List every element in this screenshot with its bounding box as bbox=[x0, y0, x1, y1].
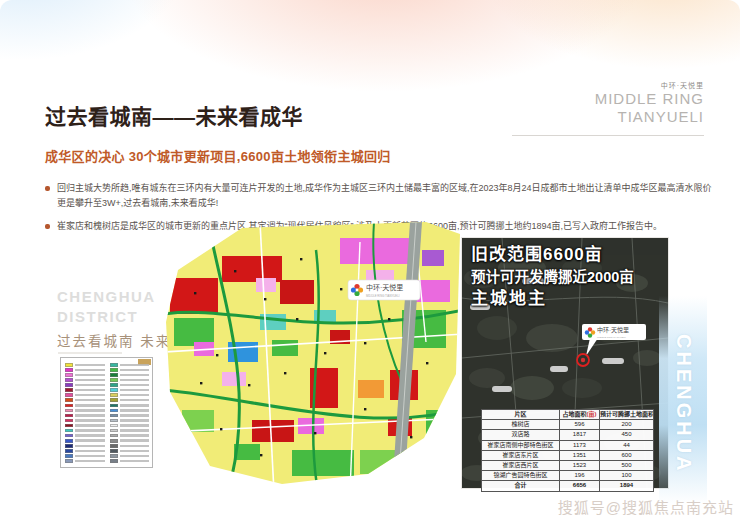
legend-row bbox=[65, 449, 105, 453]
legend-row bbox=[65, 429, 105, 433]
legend-row bbox=[65, 444, 105, 448]
section-subtitle: 成华区的决心 30个城市更新项目,6600亩土地领衔主城回归 bbox=[45, 146, 391, 165]
table-header: 片区 bbox=[482, 410, 560, 420]
page-title: 过去看城南——未来看成华 bbox=[45, 100, 303, 130]
legend-row bbox=[110, 383, 150, 387]
table-row: 崔家店东片区1351600 bbox=[482, 450, 654, 460]
brand-logo: 中环·天悦里 MIDDLE RING TIANYUELI bbox=[595, 80, 704, 126]
legend-row bbox=[65, 378, 105, 382]
bullet-item: 回归主城大势所趋,唯有城东在三环内有大量可连片开发的土地,成华作为主城区三环内土… bbox=[45, 181, 713, 212]
legend-row bbox=[110, 449, 150, 453]
satellite-headline: 旧改范围6600亩 预计可开发腾挪近2000亩 主城地主 bbox=[471, 243, 634, 311]
table-row: 崔家店南侧中部特色街区117344 bbox=[482, 440, 654, 450]
legend-row bbox=[65, 419, 105, 423]
satellite-panel: 中环·天悦里 MIDDLE RING TIANYUELI 旧改范围6600亩 预… bbox=[462, 238, 668, 488]
header-divider bbox=[512, 135, 704, 136]
bullet-text: 回归主城大势所趋,唯有城东在三环内有大量可连片开发的土地,成华作为主城区三环内土… bbox=[57, 181, 713, 212]
side-strip-label: CHENGHUA bbox=[672, 334, 695, 474]
legend-row bbox=[65, 424, 105, 428]
legend-row bbox=[65, 388, 105, 392]
slogan-divider bbox=[58, 352, 122, 354]
satellite-marker-label: 中环·天悦里 bbox=[597, 326, 629, 334]
legend-row bbox=[110, 434, 150, 438]
legend-row bbox=[65, 363, 105, 367]
legend-row bbox=[65, 459, 105, 463]
legend-row bbox=[65, 368, 105, 372]
map-marker-sublabel: MIDDLE RING TIANYUELI bbox=[366, 294, 400, 298]
legend-row bbox=[110, 363, 150, 367]
headline-line3: 主城地主 bbox=[471, 287, 634, 311]
table-header: 预计可腾挪土地面积(亩) bbox=[600, 410, 654, 420]
legend-row bbox=[110, 459, 150, 463]
legend-row bbox=[65, 373, 105, 377]
brand-name-cn: 中环·天悦里 bbox=[595, 80, 704, 90]
map-marker-label: 中环·天悦里 bbox=[366, 283, 403, 292]
district-label-line2: DISTRICT bbox=[57, 307, 156, 327]
headline-line1: 旧改范围6600亩 bbox=[471, 243, 634, 267]
zoning-map: 中环·天悦里 MIDDLE RING TIANYUELI bbox=[164, 222, 464, 492]
bullet-marker-icon bbox=[45, 224, 50, 229]
legend-row bbox=[110, 454, 150, 458]
table-row: 崔家店西片区1523500 bbox=[482, 460, 654, 470]
district-label: CHENGHUA DISTRICT bbox=[57, 287, 156, 326]
legend-row bbox=[65, 439, 105, 443]
legend-columns bbox=[65, 363, 149, 463]
legend-row bbox=[110, 414, 150, 418]
legend-row bbox=[110, 429, 150, 433]
legend-row bbox=[110, 419, 150, 423]
legend-row bbox=[65, 398, 105, 402]
district-label-line1: CHENGHUA bbox=[57, 287, 156, 307]
legend-row bbox=[110, 393, 150, 397]
legend-row bbox=[65, 404, 105, 408]
legend-row bbox=[65, 434, 105, 438]
bullet-marker-icon bbox=[45, 186, 50, 191]
legend-row bbox=[110, 388, 150, 392]
legend-row bbox=[65, 393, 105, 397]
legend-row bbox=[65, 414, 105, 418]
legend-row bbox=[65, 454, 105, 458]
legend-row bbox=[110, 368, 150, 372]
map-legend bbox=[60, 357, 153, 468]
legend-row bbox=[110, 378, 150, 382]
legend-row bbox=[110, 444, 150, 448]
table-row: 槐树店596200 bbox=[482, 420, 654, 430]
table-row: 锦湖广告园特色街区196100 bbox=[482, 471, 654, 481]
brand-name-en-2: TIANYUELI bbox=[595, 108, 704, 126]
headline-line2: 预计可开发腾挪近2000亩 bbox=[471, 267, 634, 287]
table-row: 合计66561894 bbox=[482, 481, 654, 491]
table-row: 双店路1817450 bbox=[482, 430, 654, 440]
brand-name-en-1: MIDDLE RING bbox=[595, 90, 704, 108]
satellite-marker-sublabel: MIDDLE RING TIANYUELI bbox=[597, 336, 626, 339]
renewal-table: 片区占地面积(亩)预计可腾挪土地面积(亩)槐树店596200双店路1817450… bbox=[481, 409, 654, 492]
zoning-map-parcels bbox=[164, 222, 464, 492]
legend-row bbox=[110, 398, 150, 402]
map-project-marker: 中环·天悦里 MIDDLE RING TIANYUELI bbox=[348, 280, 420, 300]
legend-row bbox=[110, 409, 150, 413]
legend-row bbox=[110, 373, 150, 377]
table-header: 占地面积(亩) bbox=[560, 410, 600, 420]
legend-row bbox=[65, 409, 105, 413]
legend-row bbox=[110, 424, 150, 428]
legend-row bbox=[65, 383, 105, 387]
slide: 过去看城南——未来看成华 中环·天悦里 MIDDLE RING TIANYUEL… bbox=[0, 0, 740, 523]
legend-row bbox=[110, 439, 150, 443]
watermark: 搜狐号@搜狐焦点南充站 bbox=[558, 496, 734, 517]
legend-row bbox=[110, 404, 150, 408]
